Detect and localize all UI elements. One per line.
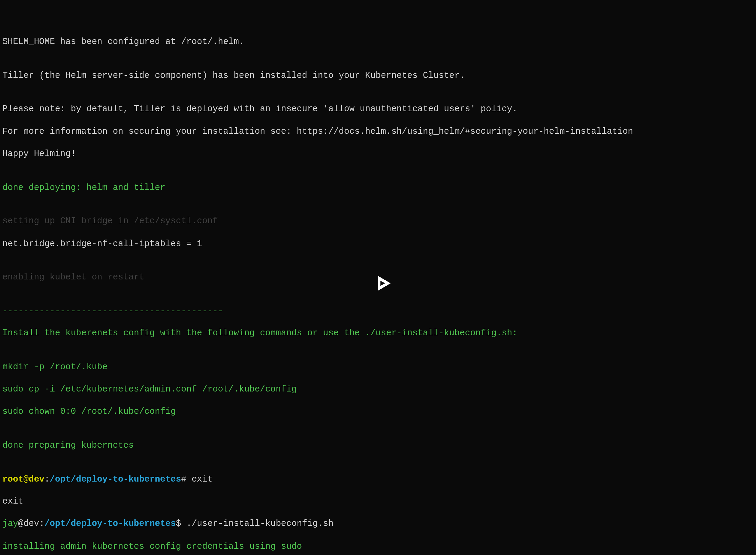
prompt-dollar: $: [176, 519, 181, 529]
prompt-line: root@dev:/opt/deploy-to-kubernetes# exit: [2, 474, 756, 485]
prompt-path: /opt/deploy-to-kubernetes: [45, 519, 176, 529]
output-line: mkdir -p /root/.kube: [2, 361, 756, 373]
prompt-line: jay@dev:/opt/deploy-to-kubernetes$ ./use…: [2, 518, 756, 530]
prompt-at: @: [18, 519, 24, 529]
output-line: Tiller (the Helm server-side component) …: [2, 70, 756, 81]
prompt-user: root: [2, 474, 24, 484]
output-line: $HELM_HOME has been configured at /root/…: [2, 36, 756, 48]
prompt-at: @: [24, 474, 29, 484]
output-line: For more information on securing your in…: [2, 126, 756, 137]
prompt-host: dev: [29, 474, 44, 484]
output-line: Please note: by default, Tiller is deplo…: [2, 104, 756, 115]
output-line: net.bridge.bridge-nf-call-iptables = 1: [2, 238, 756, 249]
output-line: installing admin kubernetes config crede…: [2, 541, 756, 552]
output-line: setting up CNI bridge in /etc/sysctl.con…: [2, 216, 756, 227]
prompt-command: exit: [186, 474, 213, 484]
output-line: sudo chown 0:0 /root/.kube/config: [2, 407, 756, 418]
output-line: ----------------------------------------…: [2, 305, 756, 316]
output-line: Happy Helming!: [2, 148, 756, 160]
prompt-hash: #: [181, 474, 187, 484]
output-line: Install the kuberenets config with the f…: [2, 328, 756, 339]
output-line: done deploying: helm and tiller: [2, 182, 756, 194]
prompt-user: jay: [2, 519, 18, 529]
prompt-colon: :: [39, 519, 45, 529]
output-line: exit: [2, 496, 756, 507]
prompt-command: ./user-install-kubeconfig.sh: [181, 519, 334, 529]
output-line: done preparing kubernetes: [2, 440, 756, 451]
terminal-output[interactable]: $HELM_HOME has been configured at /root/…: [2, 25, 756, 555]
prompt-colon: :: [45, 474, 50, 484]
prompt-host: dev: [24, 519, 39, 529]
output-line: enabling kubelet on restart: [2, 272, 756, 283]
prompt-path: /opt/deploy-to-kubernetes: [50, 474, 181, 484]
output-line: sudo cp -i /etc/kubernetes/admin.conf /r…: [2, 384, 756, 395]
